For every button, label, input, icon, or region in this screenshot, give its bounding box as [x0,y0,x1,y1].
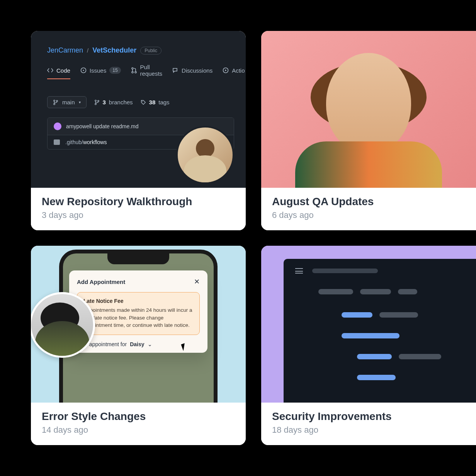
card-caption: Security Improvements 18 days ago [261,403,476,445]
repo-controls: main ▾ 3 branches 38 [47,96,234,108]
card-error-styles[interactable]: Add Appointment ✕ Late Notice Fee Appoin… [31,246,246,445]
card-caption: Error Style Changes 14 days ago [31,403,246,445]
visibility-badge: Public [140,47,162,54]
svg-point-3 [132,71,133,73]
code-line [318,312,464,318]
card-title: Error Style Changes [42,410,235,423]
breadcrumb-sep: / [87,47,88,54]
warning-body: Appointments made within 24 hours will i… [83,306,193,329]
presenter-photo [261,31,476,188]
sheet-title: Add Appointment [77,279,125,285]
svg-point-6 [54,100,55,101]
warning-title: Late Notice Fee [83,298,193,304]
card-title: August QA Updates [272,196,465,208]
card-timestamp: 6 days ago [272,210,465,220]
issue-icon [80,67,87,73]
phone-mockup-bg: Add Appointment ✕ Late Notice Fee Appoin… [31,246,246,403]
late-notice-warning: Late Notice Fee Appointments made within… [77,292,200,335]
tags-count: 38 [149,99,156,105]
svg-point-7 [54,103,55,105]
placeholder-bar [312,269,378,273]
avatar [54,122,61,130]
repo-tabs: Code Issues 15 Pull requests [47,64,234,82]
svg-point-1 [83,70,84,71]
chevron-down-icon: ▾ [79,100,81,104]
card-title: New Repository Walkthrough [42,196,235,208]
thumbnail [261,31,476,188]
code-line [318,333,464,338]
repo-window: JenCarmen / VetScheduler Public Code [31,31,246,188]
card-security[interactable]: Security Improvements 18 days ago [261,246,476,445]
svg-point-9 [95,100,96,101]
branches-stat[interactable]: 3 branches [94,99,133,105]
issues-count-badge: 15 [109,67,121,74]
video-card-grid: JenCarmen / VetScheduler Public Code [0,0,476,476]
branch-icon [94,100,100,105]
close-icon[interactable]: ✕ [194,277,200,286]
code-line [318,354,464,359]
card-qa-updates[interactable]: August QA Updates 6 days ago [261,31,476,230]
thumbnail: Add Appointment ✕ Late Notice Fee Appoin… [31,246,246,403]
breadcrumb: JenCarmen / VetScheduler Public [47,46,234,54]
commit-message: amypowell update readme.md [66,123,139,129]
pull-request-icon [131,67,137,73]
svg-point-12 [142,101,143,102]
menu-icon[interactable] [295,268,303,274]
editor-toolbar [295,268,464,274]
tag-icon [141,100,146,105]
tab-label: Discussions [182,67,212,74]
code-icon [47,67,53,73]
thumbnail: JenCarmen / VetScheduler Public Code [31,31,246,188]
code-line [318,375,464,380]
code-editor-bg [261,246,476,403]
thumbnail [261,246,476,403]
card-timestamp: 3 days ago [42,210,235,220]
tab-label: Pull requests [140,64,163,77]
discussion-icon [172,67,178,73]
svg-point-2 [132,68,133,69]
play-icon [223,67,229,73]
branch-selector[interactable]: main ▾ [47,96,87,108]
phone-notch [107,253,169,264]
branch-icon [53,100,58,105]
code-line [318,289,464,294]
tab-label: Issues [90,67,106,74]
code-editor-window [284,259,476,403]
file-name: .github/workflows [65,139,107,145]
presenter-avatar [176,126,234,184]
tags-label: tags [158,99,169,105]
tags-stat[interactable]: 38 tags [141,99,170,105]
card-repo-walkthrough[interactable]: JenCarmen / VetScheduler Public Code [31,31,246,230]
repo-name-link[interactable]: VetScheduler [92,46,136,54]
svg-point-10 [95,103,96,105]
tab-pull-requests[interactable]: Pull requests [131,64,163,82]
card-caption: New Repository Walkthrough 3 days ago [31,188,246,230]
branches-count: 3 [103,99,106,105]
card-caption: August QA Updates 6 days ago [261,188,476,230]
tab-discussions[interactable]: Discussions [172,67,212,79]
svg-point-4 [135,71,136,73]
presenter-avatar [31,292,95,358]
card-timestamp: 14 days ago [42,425,235,435]
tab-code[interactable]: Code [47,67,70,79]
card-timestamp: 18 days ago [272,425,465,435]
tab-label: Code [56,67,70,74]
repo-owner-link[interactable]: JenCarmen [47,46,83,54]
appointment-pet-name: Daisy [130,341,144,347]
branches-label: branches [109,99,133,105]
tab-issues[interactable]: Issues 15 [80,67,121,79]
chevron-down-icon: ⌄ [148,341,152,347]
tab-label: Actio [232,67,245,74]
svg-point-8 [56,100,58,102]
svg-point-11 [97,100,99,102]
tab-actions[interactable]: Actio [223,67,245,79]
branch-name: main [62,99,75,105]
folder-icon [54,139,60,145]
card-title: Security Improvements [272,410,465,423]
